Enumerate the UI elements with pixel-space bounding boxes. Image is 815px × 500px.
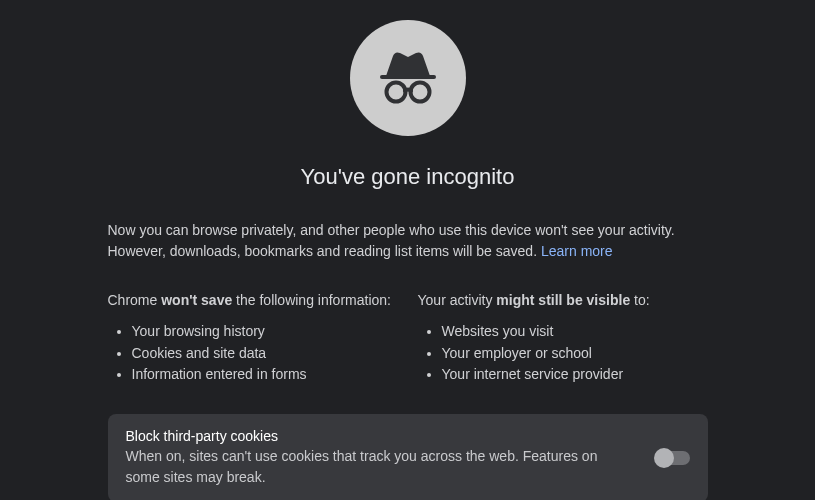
visible-to-list: Websites you visit Your employer or scho… (418, 321, 708, 386)
block-cookies-title: Block third-party cookies (126, 428, 632, 444)
visible-to-heading: Your activity might still be visible to: (418, 290, 708, 311)
incognito-icon (350, 20, 466, 136)
list-item: Information entered in forms (132, 364, 398, 386)
page-title: You've gone incognito (108, 164, 708, 190)
heading-bold: might still be visible (496, 292, 630, 308)
visible-to-column: Your activity might still be visible to:… (418, 290, 708, 386)
heading-pre: Your activity (418, 292, 497, 308)
block-cookies-toggle[interactable] (656, 451, 690, 465)
wont-save-heading: Chrome won't save the following informat… (108, 290, 398, 311)
incognito-page: You've gone incognito Now you can browse… (108, 0, 708, 500)
learn-more-link[interactable]: Learn more (541, 243, 613, 259)
svg-rect-0 (380, 75, 436, 79)
info-columns: Chrome won't save the following informat… (108, 290, 708, 386)
block-cookies-desc: When on, sites can't use cookies that tr… (126, 446, 632, 488)
toggle-knob (654, 448, 674, 468)
intro-text: Now you can browse privately, and other … (108, 220, 708, 262)
svg-point-1 (386, 83, 405, 102)
heading-post: to: (630, 292, 649, 308)
list-item: Websites you visit (442, 321, 708, 343)
heading-post: the following information: (232, 292, 391, 308)
wont-save-list: Your browsing history Cookies and site d… (108, 321, 398, 386)
list-item: Your internet service provider (442, 364, 708, 386)
block-cookies-panel: Block third-party cookies When on, sites… (108, 414, 708, 500)
list-item: Your employer or school (442, 343, 708, 365)
incognito-icon-wrap (108, 20, 708, 136)
svg-point-2 (410, 83, 429, 102)
heading-bold: won't save (161, 292, 232, 308)
block-cookies-text: Block third-party cookies When on, sites… (126, 428, 632, 488)
list-item: Cookies and site data (132, 343, 398, 365)
list-item: Your browsing history (132, 321, 398, 343)
wont-save-column: Chrome won't save the following informat… (108, 290, 398, 386)
heading-pre: Chrome (108, 292, 162, 308)
